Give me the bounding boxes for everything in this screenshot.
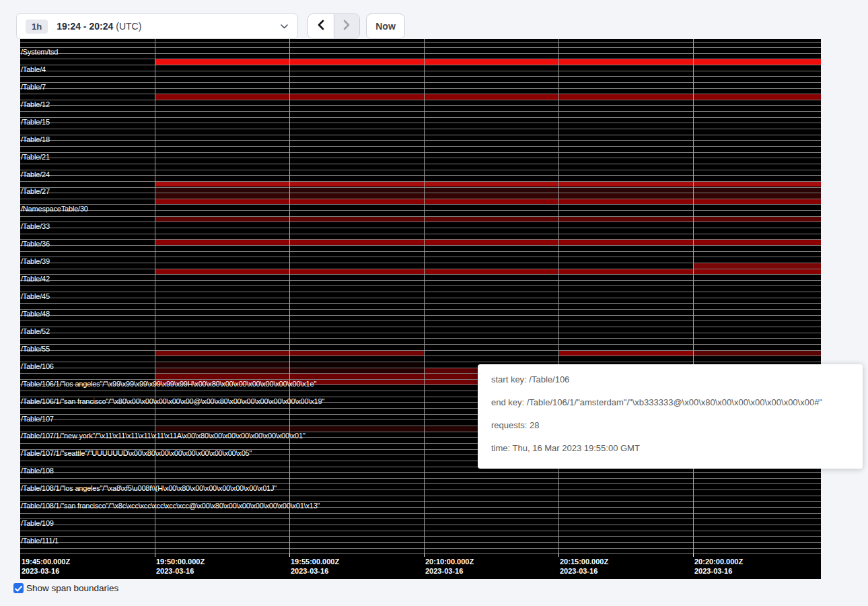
heatmap-cell[interactable] bbox=[289, 59, 424, 65]
heatmap-cell[interactable] bbox=[155, 391, 289, 397]
heatmap-cell[interactable] bbox=[289, 298, 424, 304]
heatmap-cell[interactable] bbox=[289, 310, 424, 315]
heatmap-cell[interactable] bbox=[20, 123, 155, 129]
heatmap-cell[interactable] bbox=[20, 316, 155, 321]
heatmap-cell[interactable] bbox=[558, 123, 693, 129]
heatmap-span[interactable] bbox=[20, 496, 821, 502]
heatmap-cell[interactable] bbox=[20, 275, 155, 280]
heatmap-cell[interactable] bbox=[289, 193, 424, 199]
heatmap-cell[interactable] bbox=[20, 77, 155, 82]
heatmap-cell[interactable] bbox=[424, 83, 558, 88]
heatmap-cell[interactable] bbox=[20, 321, 155, 327]
heatmap-cell[interactable] bbox=[424, 508, 558, 513]
heatmap-cell[interactable] bbox=[289, 374, 424, 379]
heatmap-row[interactable] bbox=[20, 239, 821, 257]
heatmap-span[interactable] bbox=[20, 490, 821, 496]
heatmap-cell[interactable] bbox=[20, 89, 155, 94]
heatmap-cell[interactable] bbox=[693, 304, 821, 309]
heatmap-cell[interactable] bbox=[20, 286, 155, 292]
heatmap-span[interactable] bbox=[20, 239, 821, 245]
heatmap-cell[interactable] bbox=[289, 438, 424, 443]
heatmap-cell[interactable] bbox=[424, 59, 558, 65]
heatmap-cell[interactable] bbox=[289, 403, 424, 408]
heatmap-cell[interactable] bbox=[289, 112, 424, 117]
heatmap-cell[interactable] bbox=[424, 514, 558, 519]
heatmap-cell[interactable] bbox=[155, 77, 289, 82]
heatmap-cell[interactable] bbox=[155, 83, 289, 88]
time-range-select[interactable]: 1h 19:24 - 20:24 (UTC) bbox=[16, 13, 298, 39]
heatmap-cell[interactable] bbox=[424, 490, 558, 496]
heatmap-cell[interactable] bbox=[289, 246, 424, 251]
heatmap-cell[interactable] bbox=[558, 100, 693, 106]
heatmap-span[interactable] bbox=[20, 245, 821, 251]
heatmap-cell[interactable] bbox=[693, 158, 821, 164]
heatmap-cell[interactable] bbox=[693, 123, 821, 129]
heatmap-cell[interactable] bbox=[424, 263, 558, 269]
heatmap-cell[interactable] bbox=[424, 100, 558, 106]
heatmap-cell[interactable] bbox=[289, 409, 424, 414]
heatmap-cell[interactable] bbox=[693, 188, 821, 193]
heatmap-cell[interactable] bbox=[558, 147, 693, 152]
heatmap-row[interactable] bbox=[20, 518, 821, 536]
heatmap-cell[interactable] bbox=[424, 321, 558, 327]
heatmap-span[interactable] bbox=[20, 222, 821, 228]
heatmap-cell[interactable] bbox=[289, 292, 424, 298]
heatmap-cell[interactable] bbox=[20, 205, 155, 210]
heatmap-cell[interactable] bbox=[424, 164, 558, 170]
heatmap-cell[interactable] bbox=[289, 158, 424, 164]
heatmap-cell[interactable] bbox=[289, 543, 424, 548]
heatmap-cell[interactable] bbox=[20, 292, 155, 298]
heatmap-cell[interactable] bbox=[424, 304, 558, 309]
heatmap-span[interactable] bbox=[20, 472, 821, 478]
heatmap-cell[interactable] bbox=[155, 106, 289, 111]
heatmap-cell[interactable] bbox=[693, 298, 821, 304]
heatmap-span[interactable] bbox=[20, 542, 821, 548]
heatmap-cell[interactable] bbox=[558, 519, 693, 525]
heatmap-cell[interactable] bbox=[424, 281, 558, 286]
heatmap-cell[interactable] bbox=[558, 281, 693, 286]
heatmap-cell[interactable] bbox=[558, 94, 693, 100]
heatmap-cell[interactable] bbox=[424, 473, 558, 478]
heatmap-row[interactable] bbox=[20, 65, 821, 82]
heatmap-cell[interactable] bbox=[289, 508, 424, 513]
heatmap-span[interactable] bbox=[20, 518, 821, 525]
heatmap-cell[interactable] bbox=[424, 257, 558, 263]
heatmap-cell[interactable] bbox=[155, 327, 289, 333]
heatmap-cell[interactable] bbox=[693, 339, 821, 344]
heatmap-cell[interactable] bbox=[20, 281, 155, 286]
heatmap-cell[interactable] bbox=[693, 351, 821, 356]
heatmap-cell[interactable] bbox=[693, 176, 821, 181]
heatmap-cell[interactable] bbox=[424, 77, 558, 82]
heatmap-cell[interactable] bbox=[289, 182, 424, 187]
heatmap-cell[interactable] bbox=[558, 188, 693, 193]
heatmap-cell[interactable] bbox=[558, 106, 693, 111]
heatmap-cell[interactable] bbox=[558, 473, 693, 478]
heatmap-cell[interactable] bbox=[20, 83, 155, 88]
heatmap-cell[interactable] bbox=[155, 100, 289, 106]
heatmap-cell[interactable] bbox=[693, 65, 821, 71]
heatmap-cell[interactable] bbox=[424, 153, 558, 158]
heatmap-cell[interactable] bbox=[155, 281, 289, 286]
heatmap-span[interactable] bbox=[20, 483, 821, 490]
heatmap-cell[interactable] bbox=[289, 118, 424, 123]
heatmap-cell[interactable] bbox=[155, 257, 289, 263]
heatmap-row[interactable] bbox=[20, 501, 821, 518]
heatmap-cell[interactable] bbox=[155, 339, 289, 344]
heatmap-cell[interactable] bbox=[424, 316, 558, 321]
heatmap-cell[interactable] bbox=[155, 415, 289, 420]
heatmap-row[interactable] bbox=[20, 467, 821, 484]
heatmap-cell[interactable] bbox=[20, 537, 155, 542]
heatmap-cell[interactable] bbox=[558, 83, 693, 88]
heatmap-cell[interactable] bbox=[693, 286, 821, 292]
heatmap-cell[interactable] bbox=[155, 432, 289, 438]
heatmap-cell[interactable] bbox=[155, 147, 289, 152]
heatmap-cell[interactable] bbox=[289, 461, 424, 467]
heatmap-cell[interactable] bbox=[289, 432, 424, 438]
heatmap-cell[interactable] bbox=[289, 123, 424, 129]
heatmap-span[interactable] bbox=[20, 292, 821, 298]
heatmap-cell[interactable] bbox=[20, 415, 155, 420]
heatmap-cell[interactable] bbox=[155, 397, 289, 403]
heatmap-span[interactable] bbox=[20, 65, 821, 71]
heatmap-cell[interactable] bbox=[693, 222, 821, 228]
heatmap-cell[interactable] bbox=[155, 205, 289, 210]
